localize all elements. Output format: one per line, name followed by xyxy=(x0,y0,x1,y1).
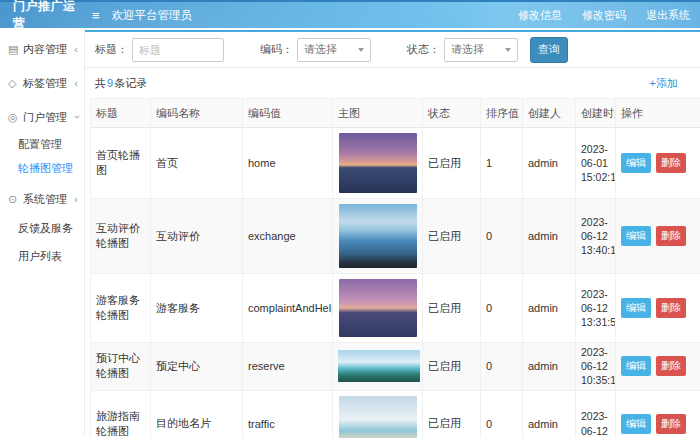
col-title: 标题 xyxy=(91,99,151,128)
table-row: 游客服务轮播图 游客服务 complaintAndHelp 已启用 0 admi… xyxy=(91,274,700,343)
edit-button[interactable]: 编辑 xyxy=(621,414,651,434)
delete-button[interactable]: 删除 xyxy=(656,153,686,173)
blue-sea-rocks-photo xyxy=(339,204,417,268)
chevron-left-icon: ‹ xyxy=(74,43,78,55)
query-button[interactable]: 查询 xyxy=(530,37,568,63)
edit-button[interactable]: 编辑 xyxy=(621,226,651,246)
logout-link[interactable]: 退出系统 xyxy=(646,8,690,23)
sidebar-item-portal-mgmt[interactable]: 门户管理 ‹ xyxy=(0,102,84,132)
edit-info-link[interactable]: 修改信息 xyxy=(518,8,562,23)
code-select[interactable]: 请选择 xyxy=(297,38,371,62)
table-row: 互动评价轮播图 互动评价 exchange 已启用 0 admin 2023-0… xyxy=(91,199,700,274)
beach-resort-photo xyxy=(338,350,420,382)
top-navbar: 门户推广运营 欢迎平台管理员 修改信息 修改密码 退出系统 xyxy=(0,0,700,28)
delete-button[interactable]: 删除 xyxy=(656,356,686,376)
edit-button[interactable]: 编辑 xyxy=(621,153,651,173)
status-badge: 已启用 xyxy=(423,343,481,391)
status-select[interactable]: 请选择 xyxy=(444,38,518,62)
records-count-text: 共9条记录 xyxy=(95,76,147,91)
tag-icon xyxy=(8,77,23,90)
sidebar-nav: 内容管理 ‹ 标签管理 ‹ 门户管理 ‹ 配置管理 轮播图管理 系统管理 ‹ 反… xyxy=(0,28,85,436)
carousel-table: 标题 编码名称 编码值 主图 状态 排序值 创建人 创建时间 操作 首页轮播图 … xyxy=(90,98,700,438)
caret-down-icon xyxy=(505,48,511,52)
edit-button[interactable]: 编辑 xyxy=(621,298,651,318)
delete-button[interactable]: 删除 xyxy=(656,226,686,246)
delete-button[interactable]: 删除 xyxy=(656,414,686,434)
main-content: 标题： 编码： 请选择 状态： 请选择 查询 共9条记录 +添加 xyxy=(85,28,700,436)
sidebar-item-carousel-mgmt[interactable]: 轮播图管理 xyxy=(0,156,84,180)
edit-password-link[interactable]: 修改密码 xyxy=(582,8,626,23)
sidebar-item-tag-mgmt[interactable]: 标签管理 ‹ xyxy=(0,68,84,98)
records-bar: 共9条记录 +添加 xyxy=(85,68,700,98)
chevron-down-icon: ‹ xyxy=(70,115,82,119)
welcome-text: 欢迎平台管理员 xyxy=(112,8,193,23)
sunset-pier-photo xyxy=(339,133,417,193)
title-input[interactable] xyxy=(132,38,224,62)
table-row: 首页轮播图 首页 home 已启用 1 admin 2023-06-01 15:… xyxy=(91,128,700,199)
sidebar-item-user-list[interactable]: 用户列表 xyxy=(0,242,84,270)
table-row: 旅游指南轮播图 目的地名片 traffic 已启用 0 admin 2023-0… xyxy=(91,390,700,438)
content-icon xyxy=(8,43,23,56)
sidebar-item-content-mgmt[interactable]: 内容管理 ‹ xyxy=(0,34,84,64)
status-label: 状态： xyxy=(407,42,440,57)
portal-icon xyxy=(8,111,23,124)
sidebar-item-config-mgmt[interactable]: 配置管理 xyxy=(0,132,84,156)
sidebar-item-feedback-service[interactable]: 反馈及服务 xyxy=(0,214,84,242)
sidebar-item-system-mgmt[interactable]: 系统管理 ‹ xyxy=(0,184,84,214)
col-status: 状态 xyxy=(423,99,481,128)
search-panel: 标题： 编码： 请选择 状态： 请选择 查询 xyxy=(85,30,700,68)
table-header-row: 标题 编码名称 编码值 主图 状态 排序值 创建人 创建时间 操作 xyxy=(91,99,700,128)
purple-sunset-photo xyxy=(339,279,417,337)
add-button[interactable]: +添加 xyxy=(650,76,678,91)
aerial-beach-photo xyxy=(339,396,417,438)
col-created: 创建时间 xyxy=(576,99,616,128)
chevron-left-icon: ‹ xyxy=(74,193,78,205)
status-badge: 已启用 xyxy=(423,390,481,438)
app-logo: 门户推广运营 xyxy=(0,0,86,32)
hamburger-menu-icon[interactable] xyxy=(86,8,106,23)
status-badge: 已启用 xyxy=(423,274,481,343)
chevron-left-icon: ‹ xyxy=(74,77,78,89)
col-main-image: 主图 xyxy=(333,99,423,128)
system-icon xyxy=(8,193,23,206)
col-sort: 排序值 xyxy=(481,99,523,128)
col-code-name: 编码名称 xyxy=(151,99,243,128)
col-creator: 创建人 xyxy=(523,99,576,128)
table-row: 预订中心轮播图 预定中心 reserve 已启用 0 admin 2023-06… xyxy=(91,343,700,391)
edit-button[interactable]: 编辑 xyxy=(621,356,651,376)
title-label: 标题： xyxy=(95,42,128,57)
status-badge: 已启用 xyxy=(423,128,481,199)
code-label: 编码： xyxy=(260,42,293,57)
delete-button[interactable]: 删除 xyxy=(656,298,686,318)
col-code-value: 编码值 xyxy=(243,99,333,128)
col-actions: 操作 xyxy=(616,99,700,128)
caret-down-icon xyxy=(358,48,364,52)
topbar-links: 修改信息 修改密码 退出系统 xyxy=(518,8,700,23)
status-badge: 已启用 xyxy=(423,199,481,274)
